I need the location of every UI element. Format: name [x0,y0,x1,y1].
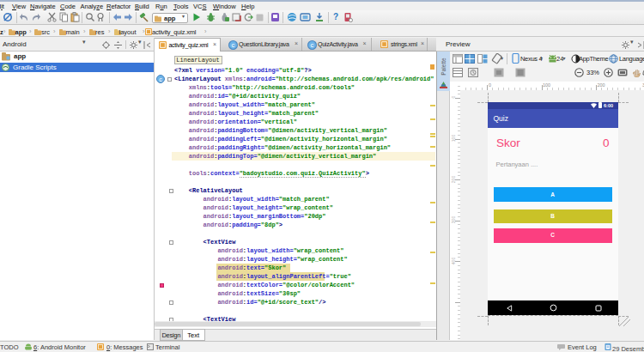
svg-text:c: c [232,41,235,49]
svg-text:c: c [311,41,314,49]
svg-text:c: c [159,76,162,82]
